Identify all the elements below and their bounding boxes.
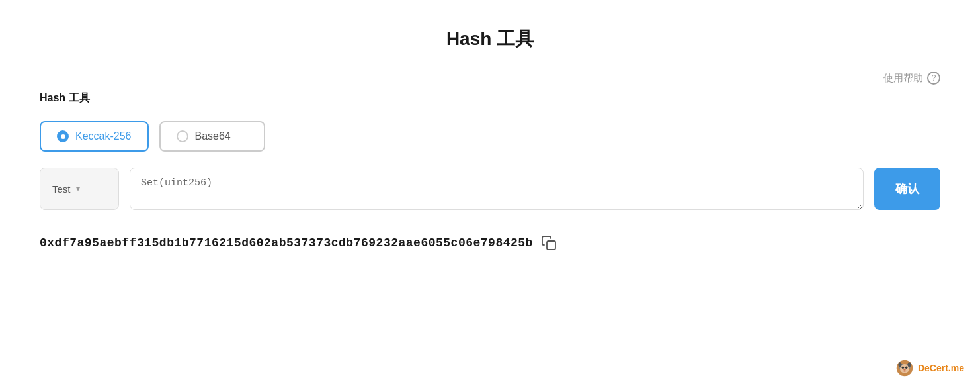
page-title: Hash 工具 xyxy=(40,26,940,52)
svg-point-5 xyxy=(902,366,905,369)
footer-brand: DeCert.me xyxy=(895,359,964,377)
radio-dot-base64 xyxy=(177,130,188,142)
help-row: 使用帮助 ? xyxy=(40,65,940,91)
page-title-area: Hash 工具 xyxy=(40,0,940,65)
page-wrapper: Hash 工具 使用帮助 ? Hash 工具 Keccak-256 Base64… xyxy=(0,0,980,258)
brand-name: DeCert.me xyxy=(918,363,964,373)
radio-label-base64: Base64 xyxy=(195,130,231,142)
result-hash: 0xdf7a95aebff315db1b7716215d602ab537373c… xyxy=(40,236,533,250)
type-dropdown[interactable]: Test ▾ xyxy=(40,168,119,210)
result-row: 0xdf7a95aebff315db1b7716215d602ab537373c… xyxy=(40,228,940,258)
help-link[interactable]: 使用帮助 xyxy=(883,72,923,85)
svg-point-8 xyxy=(898,362,901,367)
radio-dot-keccak256 xyxy=(57,130,69,142)
svg-point-9 xyxy=(907,362,911,367)
svg-point-7 xyxy=(903,369,906,371)
help-icon[interactable]: ? xyxy=(927,72,940,85)
radio-label-keccak256: Keccak-256 xyxy=(75,130,132,142)
svg-rect-0 xyxy=(547,241,555,250)
dropdown-value: Test xyxy=(52,183,71,195)
input-row: Test ▾ 确认 xyxy=(40,168,940,210)
section-label: Hash 工具 xyxy=(40,91,940,105)
raccoon-icon xyxy=(895,359,914,377)
svg-point-6 xyxy=(905,366,908,369)
radio-group: Keccak-256 Base64 xyxy=(40,121,940,152)
hash-input[interactable] xyxy=(130,168,864,210)
copy-icon[interactable] xyxy=(541,235,557,251)
confirm-button[interactable]: 确认 xyxy=(874,168,940,210)
radio-keccak256[interactable]: Keccak-256 xyxy=(40,121,149,152)
chevron-down-icon: ▾ xyxy=(76,184,80,193)
radio-base64[interactable]: Base64 xyxy=(159,121,265,152)
